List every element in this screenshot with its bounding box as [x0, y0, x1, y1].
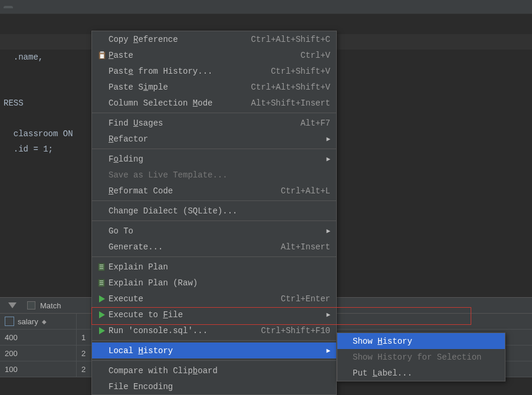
explain-plan-icon	[96, 262, 109, 272]
menu-go-to[interactable]: Go To ▶	[92, 223, 336, 239]
menu-compare-clipboard[interactable]: Compare with Clipboard	[92, 363, 336, 378]
menu-refactor[interactable]: Refactor ▶	[92, 131, 336, 147]
play-icon	[96, 327, 109, 335]
menu-paste[interactable]: Paste Ctrl+V	[92, 47, 336, 63]
svg-marker-12	[99, 311, 105, 318]
column-icon	[5, 317, 14, 326]
svg-rect-5	[100, 266, 103, 267]
menu-folding[interactable]: Folding ▶	[92, 151, 336, 167]
cell[interactable]: 100	[0, 361, 77, 377]
download-icon[interactable]	[8, 302, 17, 308]
submenu-arrow-icon: ▶	[326, 311, 330, 318]
menu-explain-plan[interactable]: Explain Plan	[92, 259, 336, 275]
svg-rect-6	[100, 268, 103, 269]
cell[interactable]: 200	[0, 345, 77, 361]
submenu-arrow-icon: ▶	[326, 155, 330, 163]
menu-copy-reference[interactable]: Copy Reference Ctrl+Alt+Shift+C	[92, 31, 336, 47]
paste-icon	[96, 51, 109, 60]
svg-rect-4	[100, 265, 103, 265]
submenu-arrow-icon: ▶	[326, 135, 330, 143]
local-history-submenu: Show History Show History for Selection …	[337, 333, 505, 381]
menu-find-usages[interactable]: Find Usages Alt+F7	[92, 115, 336, 131]
menu-file-encoding[interactable]: File Encoding	[92, 378, 336, 394]
menu-explain-plan-raw[interactable]: Explain Plan (Raw)	[92, 275, 336, 291]
submenu-arrow-icon: ▶	[326, 347, 330, 354]
sort-indicator: ◆	[42, 318, 47, 325]
cell[interactable]: 400	[0, 330, 77, 345]
submenu-put-label[interactable]: Put Label...	[337, 365, 505, 381]
column-header-salary[interactable]: salary ◆	[0, 314, 77, 329]
svg-marker-13	[99, 327, 105, 334]
match-checkbox[interactable]	[27, 301, 35, 310]
menu-run-console[interactable]: Run 'console.sql'... Ctrl+Shift+F10	[92, 322, 336, 338]
svg-rect-1	[100, 51, 104, 53]
editor-tabs	[0, 0, 532, 14]
menu-local-history[interactable]: Local History ▶	[92, 343, 336, 358]
submenu-show-history-selection: Show History for Selection	[337, 349, 505, 365]
svg-marker-11	[99, 295, 105, 302]
editor-tab[interactable]	[4, 6, 13, 8]
match-label: Match	[40, 301, 61, 310]
menu-change-dialect[interactable]: Change Dialect (SQLite)...	[92, 203, 336, 219]
svg-rect-9	[100, 282, 103, 283]
menu-paste-simple[interactable]: Paste Simple Ctrl+Alt+Shift+V	[92, 79, 336, 95]
menu-execute-to-file[interactable]: Execute to File ▶	[92, 307, 336, 322]
play-icon	[96, 295, 109, 303]
menu-column-selection-mode[interactable]: Column Selection Mode Alt+Shift+Insert	[92, 95, 336, 111]
editor-context-menu: Copy Reference Ctrl+Alt+Shift+C Paste Ct…	[91, 31, 337, 395]
menu-save-live-template: Save as Live Template...	[92, 167, 336, 183]
menu-generate[interactable]: Generate... Alt+Insert	[92, 239, 336, 255]
menu-reformat-code[interactable]: Reformat Code Ctrl+Alt+L	[92, 183, 336, 199]
explain-plan-icon	[96, 278, 109, 288]
menu-execute[interactable]: Execute Ctrl+Enter	[92, 291, 336, 307]
submenu-show-history[interactable]: Show History	[337, 333, 505, 349]
svg-rect-2	[100, 54, 104, 58]
play-icon	[96, 311, 109, 319]
submenu-arrow-icon: ▶	[326, 227, 330, 235]
svg-rect-10	[100, 284, 103, 285]
menu-paste-from-history[interactable]: Paste from History... Ctrl+Shift+V	[92, 63, 336, 79]
svg-rect-8	[100, 281, 103, 281]
